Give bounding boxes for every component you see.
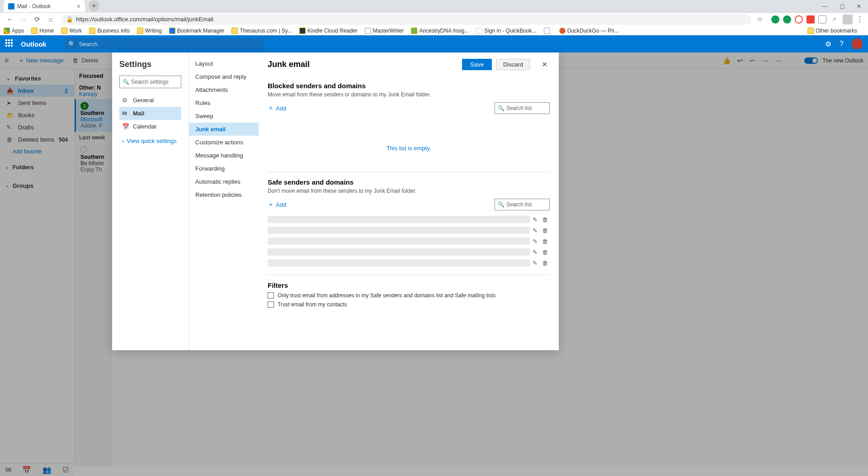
home-button[interactable]: ⌂ xyxy=(45,14,56,25)
search-blocked-input[interactable]: 🔍Search list xyxy=(495,102,550,114)
user-avatar[interactable] xyxy=(852,38,863,49)
sub-forwarding[interactable]: Forwarding xyxy=(189,162,259,175)
sub-attachments[interactable]: Attachments xyxy=(189,83,259,96)
folders-header[interactable]: ›Folders xyxy=(0,161,74,173)
filter-row[interactable]: Only trust email from addresses in my Sa… xyxy=(268,291,550,300)
bookmark-item[interactable]: DuckDuckGo — Pri... xyxy=(559,28,619,34)
people-module-icon[interactable]: 👥 xyxy=(42,466,52,474)
edit-icon[interactable]: ✎ xyxy=(530,216,540,223)
app-launcher-icon[interactable] xyxy=(5,39,14,48)
tab-close-icon[interactable]: × xyxy=(77,3,80,10)
bookmark-item[interactable]: Bookmark Manager xyxy=(169,28,225,34)
message-item[interactable]: Southern Be inform Enjoy Th xyxy=(75,143,112,176)
new-message-button[interactable]: ＋ New message xyxy=(18,57,63,65)
profile-avatar[interactable] xyxy=(843,14,853,24)
category-general[interactable]: ⚙General xyxy=(119,94,181,107)
help-icon[interactable]: ? xyxy=(840,40,844,48)
forward-button[interactable]: → xyxy=(18,14,29,25)
sub-retention-policies[interactable]: Retention policies xyxy=(189,188,259,201)
back-button[interactable]: ← xyxy=(5,14,15,25)
new-tab-button[interactable]: + xyxy=(89,0,99,11)
delete-icon[interactable]: 🗑 xyxy=(540,238,550,245)
bookmark-item[interactable]: AncestryDNA Insig... xyxy=(411,28,469,34)
sub-message-handling[interactable]: Message handling xyxy=(189,149,259,162)
settings-gear-icon[interactable]: ⚙ xyxy=(825,40,831,48)
message-item[interactable]: SSouthern Microsoft Adobe. F xyxy=(75,99,112,132)
mail-module-icon[interactable]: ✉ xyxy=(5,466,11,474)
delete-icon[interactable]: 🗑 xyxy=(540,260,550,267)
view-quick-settings-link[interactable]: ‹View quick settings xyxy=(119,133,181,149)
bookmark-item[interactable]: Business info xyxy=(89,28,129,34)
sent-folder[interactable]: ➤Sent Items xyxy=(0,97,74,109)
focused-tab[interactable]: Focused xyxy=(79,72,103,79)
settings-search-input[interactable]: 🔍 Search settings xyxy=(119,76,181,88)
delete-icon[interactable]: 🗑 xyxy=(540,249,550,256)
bookmark-item[interactable]: Writing xyxy=(137,28,162,34)
category-calendar[interactable]: 📅Calendar xyxy=(119,120,181,133)
like-icon[interactable]: 👍 xyxy=(722,57,731,65)
browser-tab[interactable]: Mail - Outlook × xyxy=(4,0,85,12)
bookmark-item[interactable]: MasterWriter xyxy=(365,28,404,34)
bookmark-item[interactable]: Thesaurus.com | Sy... xyxy=(231,28,292,34)
edit-icon[interactable]: ✎ xyxy=(530,260,540,267)
save-button[interactable]: Save xyxy=(462,59,492,70)
category-mail[interactable]: ✉Mail xyxy=(119,107,181,120)
sub-automatic-replies[interactable]: Automatic replies xyxy=(189,175,259,188)
reply-all-icon[interactable]: ⤺ xyxy=(750,57,755,65)
close-icon[interactable]: ✕ xyxy=(539,60,550,69)
add-favorite-link[interactable]: Add favorite xyxy=(0,146,74,157)
filter-row[interactable]: Trust email from my contacts xyxy=(268,300,550,309)
groups-header[interactable]: ›Groups xyxy=(0,180,74,192)
bookmark-item[interactable]: Sign in - QuickBook... xyxy=(476,28,536,34)
discard-button[interactable]: Discard xyxy=(496,59,530,70)
inbox-folder[interactable]: 📥Inbox2 xyxy=(0,85,74,97)
books-folder[interactable]: 📁Books xyxy=(0,109,74,121)
edit-icon[interactable]: ✎ xyxy=(530,227,540,234)
delete-icon[interactable]: 🗑 xyxy=(540,227,550,234)
other-summary[interactable]: Other: N Kanopy xyxy=(75,83,112,99)
more-actions-icon[interactable]: ⋯ xyxy=(775,57,782,65)
favorites-header[interactable]: ⌄Favorites xyxy=(0,72,74,85)
extension-icon[interactable] xyxy=(795,15,803,24)
checkbox[interactable] xyxy=(268,292,274,299)
sub-customize-actions[interactable]: Customize actions xyxy=(189,136,259,149)
sub-compose[interactable]: Compose and reply xyxy=(189,70,259,83)
todo-module-icon[interactable]: ☑ xyxy=(62,466,69,474)
calendar-module-icon[interactable]: 📅 xyxy=(22,466,31,474)
drafts-folder[interactable]: ✎Drafts xyxy=(0,121,74,133)
forward-icon[interactable]: → xyxy=(762,57,769,65)
bookmark-item[interactable]: Kindle Cloud Reader xyxy=(299,28,358,34)
extension-icon[interactable] xyxy=(818,15,826,24)
maximize-button[interactable]: ▢ xyxy=(835,2,848,11)
add-blocked-button[interactable]: ＋Add xyxy=(268,104,286,112)
sub-rules[interactable]: Rules xyxy=(189,96,259,109)
search-safe-input[interactable]: 🔍Search list xyxy=(495,199,550,210)
add-safe-button[interactable]: ＋Add xyxy=(268,200,286,209)
checkbox[interactable] xyxy=(268,301,274,308)
reload-button[interactable]: ⟳ xyxy=(32,14,42,25)
menu-icon[interactable]: ⋮ xyxy=(856,15,863,24)
delete-icon[interactable]: 🗑 xyxy=(540,216,550,223)
bookmark-star-icon[interactable]: ☆ xyxy=(754,14,765,25)
hamburger-icon[interactable]: ≡ xyxy=(5,57,13,65)
new-outlook-toggle[interactable] xyxy=(804,57,818,64)
bookmark-item[interactable]: Work xyxy=(61,28,82,34)
deleted-folder[interactable]: 🗑Deleted Items504 xyxy=(0,133,74,146)
extension-icon[interactable] xyxy=(807,15,815,24)
bookmark-item[interactable] xyxy=(544,28,552,34)
edit-icon[interactable]: ✎ xyxy=(530,238,540,245)
bookmark-item[interactable]: Home xyxy=(31,28,54,34)
sub-sweep[interactable]: Sweep xyxy=(189,109,259,123)
sub-junk-email[interactable]: Junk email xyxy=(189,123,259,136)
minimize-button[interactable]: — xyxy=(818,2,831,11)
extension-icon[interactable]: ↗ xyxy=(830,15,838,24)
other-bookmarks[interactable]: Other bookmarks xyxy=(807,28,857,34)
sub-layout[interactable]: Layout xyxy=(189,57,259,70)
delete-button[interactable]: 🗑 Delete xyxy=(72,57,99,64)
search-box[interactable]: 🔍 Search xyxy=(65,38,264,50)
extension-icon[interactable] xyxy=(771,15,779,24)
close-window-button[interactable]: ✕ xyxy=(853,2,865,11)
url-field[interactable]: 🔒 https://outlook.office.com/mail/option… xyxy=(61,14,751,25)
reply-icon[interactable]: ↩ xyxy=(737,57,743,65)
edit-icon[interactable]: ✎ xyxy=(530,249,540,256)
